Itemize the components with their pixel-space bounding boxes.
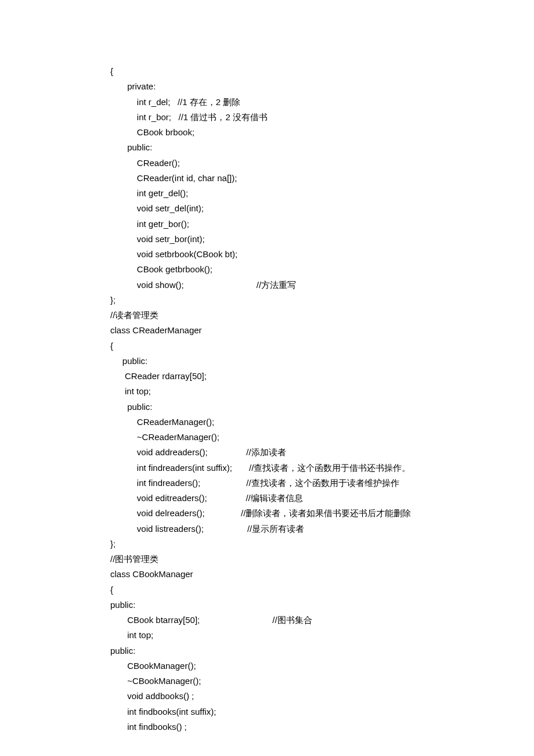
code-line: void setr_del(int); bbox=[110, 201, 534, 216]
code-line: int r_bor; //1 借过书，2 没有借书 bbox=[110, 110, 534, 125]
code-line: { bbox=[110, 339, 534, 354]
code-line: int findreaders(); //查找读者，这个函数用于读者维护操作 bbox=[110, 476, 534, 491]
code-line: CBook btarray[50]; //图书集合 bbox=[110, 613, 534, 628]
code-line: int getr_bor(); bbox=[110, 217, 534, 232]
code-line: void addreaders(); //添加读者 bbox=[110, 445, 534, 460]
code-line: { bbox=[110, 582, 534, 597]
code-line: void setr_bor(int); bbox=[110, 232, 534, 247]
code-line: //读者管理类 bbox=[110, 308, 534, 323]
code-line: void addbooks() ; bbox=[110, 689, 534, 704]
code-line: public: bbox=[110, 399, 534, 415]
code-line: { bbox=[110, 64, 534, 79]
code-line: public: bbox=[110, 354, 534, 369]
code-line: CReader(); bbox=[110, 156, 534, 171]
code-line: class CBookManager bbox=[110, 567, 534, 582]
code-line: CReader rdarray[50]; bbox=[110, 369, 534, 384]
code-line: void setbrbook(CBook bt); bbox=[110, 247, 534, 262]
code-line: }; bbox=[110, 537, 534, 552]
code-line: void editreaders(); //编辑读者信息 bbox=[110, 491, 534, 506]
code-line: }; bbox=[110, 293, 534, 308]
code-line: CBook brbook; bbox=[110, 125, 534, 140]
code-line: int top; bbox=[110, 384, 534, 399]
code-line: CBookManager(); bbox=[110, 658, 534, 674]
code-line: int top; bbox=[110, 628, 534, 643]
code-line: ~CBookManager(); bbox=[110, 674, 534, 689]
code-line: //图书管理类 bbox=[110, 552, 534, 567]
document-page: { private: int r_del; //1 存在，2 删除 int r_… bbox=[0, 0, 534, 756]
code-line: private: bbox=[110, 79, 534, 94]
code-line: int getr_del(); bbox=[110, 186, 534, 201]
code-line: class CReaderManager bbox=[110, 323, 534, 338]
code-line: void show(); //方法重写 bbox=[110, 278, 534, 293]
code-line: int r_del; //1 存在，2 删除 bbox=[110, 95, 534, 110]
code-line: int findbooks(int suffix); bbox=[110, 704, 534, 719]
code-line: public: bbox=[110, 643, 534, 658]
code-line: CReader(int id, char na[]); bbox=[110, 171, 534, 186]
code-line: CBook getbrbook(); bbox=[110, 262, 534, 277]
code-line: ~CReaderManager(); bbox=[110, 430, 534, 445]
code-line: void delreaders(); //删除读者，读者如果借书要还书后才能删除 bbox=[110, 506, 534, 521]
code-line: int findreaders(int suffix); //查找读者，这个函数… bbox=[110, 460, 534, 476]
code-line: CReaderManager(); bbox=[110, 415, 534, 430]
code-line: int findbooks() ; bbox=[110, 719, 534, 735]
code-line: public: bbox=[110, 140, 534, 155]
code-line: public: bbox=[110, 597, 534, 613]
code-line: void listreaders(); //显示所有读者 bbox=[110, 521, 534, 537]
